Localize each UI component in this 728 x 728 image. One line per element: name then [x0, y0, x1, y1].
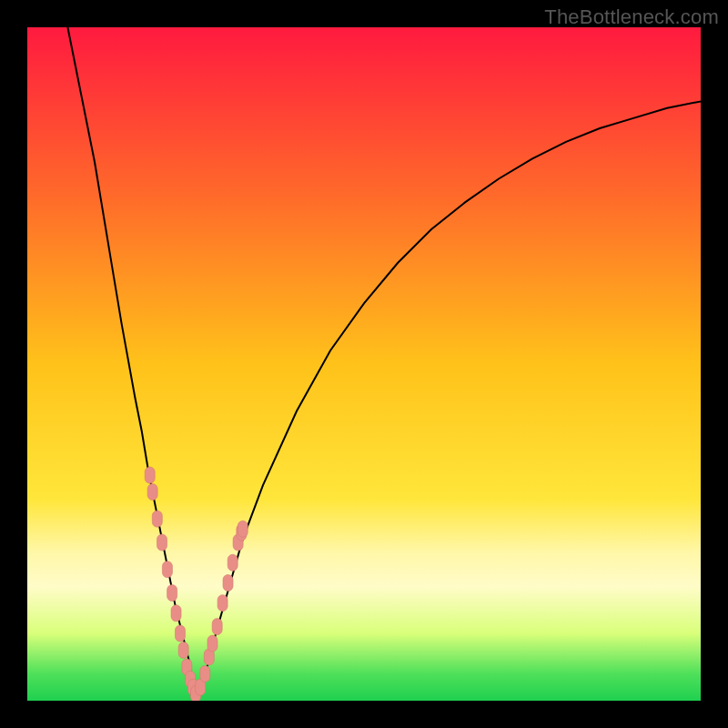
sample-marker	[167, 585, 177, 602]
sample-marker	[178, 642, 188, 659]
sample-marker	[217, 595, 228, 612]
sample-marker	[175, 625, 185, 642]
sample-marker	[157, 534, 167, 551]
sample-marker	[223, 575, 233, 592]
sample-marker	[212, 619, 222, 635]
sample-marker	[238, 521, 248, 537]
sample-marker	[145, 467, 155, 483]
sample-marker	[171, 605, 181, 622]
chart-frame: TheBottleneck.com	[0, 0, 728, 728]
sample-marker	[162, 561, 172, 578]
watermark-text: TheBottleneck.com	[544, 5, 719, 29]
sample-marker	[152, 511, 162, 527]
sample-marker	[228, 554, 238, 571]
sample-marker	[200, 665, 210, 682]
plot-area	[27, 27, 701, 701]
sample-marker	[147, 484, 157, 500]
sample-marker	[207, 635, 217, 652]
chart-svg	[27, 27, 701, 701]
